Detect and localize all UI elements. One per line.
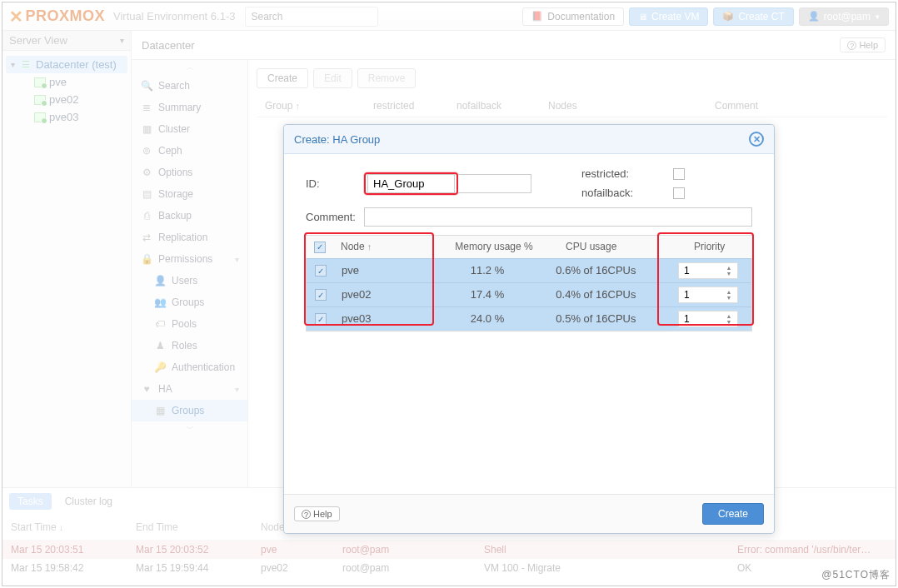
- id-label: ID:: [306, 177, 364, 190]
- col-priority[interactable]: Priority: [686, 236, 752, 258]
- id-input[interactable]: [367, 174, 455, 193]
- dialog-title: Create: HA Group: [294, 133, 380, 146]
- cell-node: pve03: [333, 309, 427, 328]
- spin-up-icon[interactable]: ▲: [726, 265, 732, 271]
- node-row[interactable]: ✓pve0217.4 %0.4% of 16CPUs▲▼: [307, 282, 751, 306]
- nofailback-checkbox[interactable]: [673, 187, 685, 199]
- priority-input[interactable]: [679, 313, 722, 325]
- node-row[interactable]: ✓pve0324.0 %0.5% of 16CPUs▲▼: [307, 306, 751, 331]
- col-node[interactable]: Node: [332, 236, 431, 258]
- id-highlight: [364, 172, 458, 195]
- priority-input[interactable]: [679, 289, 722, 301]
- row-checkbox[interactable]: ✓: [315, 289, 327, 301]
- cell-node: pve02: [333, 285, 427, 304]
- nofailback-label: nofailback:: [581, 187, 673, 199]
- spin-down-icon[interactable]: ▼: [726, 295, 732, 301]
- spin-up-icon[interactable]: ▲: [726, 313, 732, 319]
- watermark: @51CTO博客: [821, 568, 891, 582]
- cell-node: pve: [333, 261, 427, 280]
- cell-cpu: 0.4% of 16CPUs: [547, 285, 670, 304]
- priority-input[interactable]: [679, 265, 722, 277]
- comment-label: Comment:: [306, 211, 364, 223]
- cell-cpu: 0.6% of 16CPUs: [547, 261, 670, 280]
- dialog-help-button[interactable]: ?Help: [294, 506, 340, 521]
- cell-memory: 17.4 %: [427, 285, 548, 304]
- row-checkbox[interactable]: ✓: [315, 313, 327, 325]
- comment-input[interactable]: [364, 207, 752, 227]
- priority-spinner[interactable]: ▲▼: [678, 287, 738, 303]
- select-all-checkbox[interactable]: ✓: [314, 242, 326, 253]
- col-cpu[interactable]: CPU usage: [557, 236, 686, 258]
- priority-spinner[interactable]: ▲▼: [678, 262, 738, 279]
- spin-down-icon[interactable]: ▼: [726, 271, 732, 277]
- restricted-label: restricted:: [581, 167, 673, 180]
- node-row[interactable]: ✓pve11.2 %0.6% of 16CPUs▲▼: [307, 258, 751, 282]
- node-table-header: ✓ Node Memory usage % CPU usage Priority: [306, 235, 752, 258]
- question-icon: ?: [302, 510, 311, 519]
- dialog-create-button[interactable]: Create: [702, 503, 764, 525]
- spin-up-icon[interactable]: ▲: [726, 289, 732, 295]
- priority-spinner[interactable]: ▲▼: [678, 311, 738, 327]
- col-memory[interactable]: Memory usage %: [431, 236, 557, 258]
- spin-down-icon[interactable]: ▼: [726, 319, 732, 325]
- id-input-extra[interactable]: [458, 174, 531, 193]
- cell-cpu: 0.5% of 16CPUs: [547, 309, 670, 328]
- cell-memory: 11.2 %: [427, 261, 548, 280]
- cell-memory: 24.0 %: [427, 309, 548, 328]
- row-checkbox[interactable]: ✓: [315, 265, 327, 277]
- create-ha-group-dialog: Create: HA Group ✕ ID: restricted: nofai…: [283, 124, 775, 534]
- close-icon[interactable]: ✕: [749, 132, 764, 147]
- restricted-checkbox[interactable]: [673, 168, 685, 180]
